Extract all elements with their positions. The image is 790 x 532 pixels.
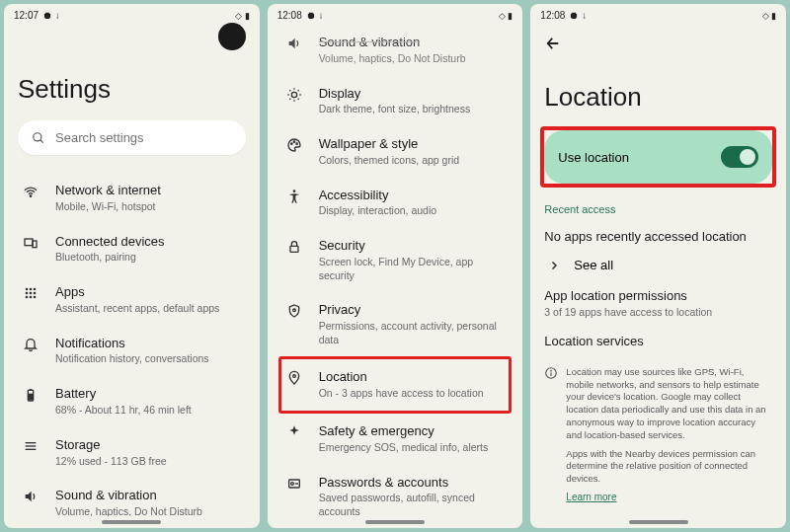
nav-handle[interactable] (365, 520, 425, 524)
svg-point-13 (34, 296, 37, 299)
no-apps-text: No apps recently accessed location (544, 223, 772, 250)
privacy-icon (285, 303, 303, 319)
svg-point-9 (30, 292, 33, 295)
palette-icon (285, 137, 303, 153)
phone-settings-main: 12:07 ⏺ ↓ ◇ ▮ Settings Network & interne… (4, 4, 260, 528)
svg-point-6 (30, 288, 33, 291)
bell-icon (22, 337, 40, 352)
search-icon (32, 131, 45, 145)
item-display[interactable]: DisplayDark theme, font size, brightness (281, 76, 510, 127)
svg-rect-16 (29, 394, 33, 401)
search-input[interactable] (18, 120, 246, 155)
item-sound[interactable]: Sound & vibrationVolume, haptics, Do Not… (18, 478, 246, 516)
emergency-icon (285, 424, 303, 440)
item-safety[interactable]: Safety & emergencyEmergency SOS, medical… (281, 414, 510, 465)
svg-point-26 (292, 309, 295, 312)
svg-point-22 (293, 141, 294, 142)
item-accessibility[interactable]: AccessibilityDisplay, interaction, audio (281, 178, 510, 229)
use-location-toggle[interactable]: Use location (544, 130, 772, 184)
status-bar: 12:07 ⏺ ↓ ◇ ▮ (4, 4, 260, 23)
svg-point-10 (34, 292, 37, 295)
clock: 12:07 (14, 10, 39, 21)
volume-icon (22, 489, 40, 504)
chevron-right-icon (548, 260, 560, 271)
storage-icon (22, 438, 40, 454)
location-icon (285, 370, 303, 386)
nav-handle[interactable] (629, 520, 688, 524)
svg-line-1 (40, 139, 43, 142)
avatar[interactable] (218, 23, 246, 50)
item-storage[interactable]: Storage12% used - 113 GB free (18, 427, 246, 479)
location-services-row[interactable]: Location services (544, 326, 772, 358)
recent-access-label: Recent access (544, 203, 772, 215)
svg-rect-4 (33, 241, 37, 248)
wifi-icon (22, 184, 40, 199)
item-notifications[interactable]: NotificationsNotification history, conve… (18, 326, 246, 377)
apps-icon (22, 285, 40, 301)
svg-point-24 (292, 190, 295, 192)
page-title: Location (544, 82, 772, 113)
svg-rect-15 (30, 389, 33, 390)
see-all-row[interactable]: See all (544, 250, 772, 280)
svg-point-2 (30, 195, 31, 196)
svg-point-29 (290, 482, 293, 485)
devices-icon (22, 235, 40, 251)
volume-icon (285, 36, 303, 51)
svg-point-7 (34, 288, 37, 291)
lock-icon (285, 239, 303, 255)
phone-location: 12:08 ⏺ ↓ ◇ ▮ Location Use location Rece… (530, 4, 786, 528)
svg-point-27 (292, 375, 295, 378)
item-sound[interactable]: Sound & vibrationVolume, haptics, Do Not… (281, 25, 510, 76)
svg-point-21 (290, 143, 291, 144)
item-title: Network & internet (55, 183, 242, 199)
back-icon[interactable] (544, 35, 562, 52)
svg-point-23 (296, 143, 297, 144)
toggle-switch[interactable] (721, 146, 758, 168)
svg-rect-3 (25, 239, 33, 246)
info-text-2: Apps with the Nearby devices permission … (566, 448, 772, 486)
app-permissions-row[interactable]: App location permissions 3 of 19 apps ha… (544, 280, 772, 326)
status-bar: 12:08 ⏺ ↓ ◇ ▮ (530, 4, 786, 23)
item-network[interactable]: Network & internetMobile, Wi-Fi, hotspot (18, 173, 246, 224)
svg-rect-25 (290, 246, 298, 252)
info-icon (544, 366, 558, 380)
svg-point-12 (30, 296, 33, 299)
svg-point-11 (26, 296, 29, 299)
brightness-icon (285, 87, 303, 103)
item-passwords[interactable]: Passwords & accountsSaved passwords, aut… (281, 465, 510, 516)
item-apps[interactable]: AppsAssistant, recent apps, default apps (18, 274, 246, 326)
key-icon (285, 476, 303, 492)
svg-point-33 (551, 370, 552, 371)
page-title: Settings (18, 74, 246, 105)
item-privacy[interactable]: PrivacyPermissions, account activity, pe… (281, 292, 510, 356)
nav-handle[interactable] (102, 520, 161, 524)
phone-settings-scrolled: 12:08 ⏺ ↓ ◇ ▮ Sound & vibrationVolume, h… (268, 4, 523, 528)
status-bar: 12:08 ⏺ ↓ ◇ ▮ (268, 4, 523, 23)
use-location-label: Use location (558, 150, 629, 165)
item-sub: Mobile, Wi-Fi, hotspot (55, 200, 242, 214)
svg-point-5 (26, 288, 29, 291)
item-battery[interactable]: Battery68% - About 11 hr, 46 min left (18, 376, 246, 427)
item-wallpaper[interactable]: Wallpaper & styleColors, themed icons, a… (281, 126, 510, 178)
accessibility-icon (285, 189, 303, 204)
info-text-1: Location may use sources like GPS, Wi-Fi… (566, 366, 772, 442)
svg-point-20 (291, 92, 296, 97)
learn-more-link[interactable]: Learn more (566, 492, 616, 502)
battery-icon (22, 387, 40, 403)
item-connected[interactable]: Connected devicesBluetooth, pairing (18, 224, 246, 275)
search-field[interactable] (55, 130, 232, 145)
svg-point-0 (34, 132, 41, 140)
item-security[interactable]: SecurityScreen lock, Find My Device, app… (281, 228, 510, 292)
svg-point-8 (26, 292, 29, 295)
item-location[interactable]: LocationOn - 3 apps have access to locat… (281, 359, 510, 411)
